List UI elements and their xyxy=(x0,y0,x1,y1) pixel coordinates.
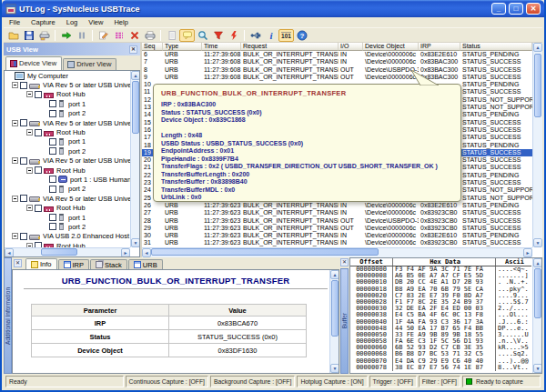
checkbox[interactable] xyxy=(49,214,56,221)
checkbox[interactable] xyxy=(35,91,42,98)
tree-item[interactable]: My Computer xyxy=(5,71,139,80)
tree-item[interactable]: port 2 xyxy=(5,109,139,118)
tree-item[interactable]: VIA Rev 5 or later USB Universal Host C xyxy=(5,80,139,89)
open-log-button[interactable] xyxy=(5,29,21,42)
buffer-side-tab[interactable]: Buffer xyxy=(340,268,349,374)
scroll-down-icon[interactable]: ▼ xyxy=(330,364,339,373)
checkbox[interactable] xyxy=(49,138,56,146)
scroll-down-icon[interactable]: ▼ xyxy=(533,364,542,373)
hex-row[interactable]: 00000048 44 50 EA 17 B7 65 F4 BB DP...e.… xyxy=(350,326,531,332)
document-button[interactable] xyxy=(164,29,179,42)
hex-row[interactable]: 00000028 F1 F7 8C 2E 35 24 B9 37 ....5$.… xyxy=(350,299,531,306)
checkbox[interactable] xyxy=(49,100,56,107)
checkbox[interactable] xyxy=(20,82,27,89)
tree-item[interactable]: port 1 : USB Human Interface D xyxy=(5,175,139,184)
checkbox[interactable] xyxy=(49,147,56,155)
hex-row[interactable]: 00000050 33 FE A9 9B 89 9B 18 55 3......… xyxy=(350,332,531,338)
usb-tree-button[interactable] xyxy=(248,29,263,42)
expander-icon[interactable] xyxy=(26,205,33,211)
close-button[interactable]: ✕ xyxy=(526,3,541,15)
scroll-up-icon[interactable]: ▲ xyxy=(330,270,339,279)
column-header-io[interactable]: I/O xyxy=(339,43,363,51)
view-tab[interactable]: Driver View xyxy=(63,58,116,70)
menu-item[interactable]: Log xyxy=(61,18,84,26)
trace-row[interactable]: 7 URB 11:27:39:608 BULK_OR_INTERRUPT_TRA… xyxy=(142,58,532,65)
info-tab[interactable]: IRP xyxy=(58,259,90,269)
hex-row[interactable]: 00000078 38 EC 87 E7 56 74 1E 87 8...Vt.… xyxy=(350,365,531,371)
minimize-button[interactable]: _ xyxy=(491,3,506,15)
tree-item[interactable]: VIA Rev 5 or later USB Universal Host C xyxy=(5,194,139,203)
tree-item[interactable]: port 2 xyxy=(5,222,139,231)
checkbox[interactable] xyxy=(20,119,27,126)
maximize-button[interactable]: □ xyxy=(509,3,523,15)
info-tab[interactable]: URB xyxy=(128,259,163,269)
hex-row[interactable]: 00000008 A6 B5 0E A7 A7 CF E5 5D .......… xyxy=(350,273,531,279)
checkbox[interactable] xyxy=(35,166,42,174)
tooltip-toggle-button[interactable] xyxy=(179,29,195,42)
expander-icon[interactable] xyxy=(26,91,33,97)
scrollbar-thumb[interactable] xyxy=(534,54,541,117)
trace-row[interactable]: 9 URB 11:27:39:608 BULK_OR_INTERRUPT_TRA… xyxy=(142,74,532,81)
print-button[interactable] xyxy=(142,29,157,42)
checkbox[interactable] xyxy=(35,129,42,136)
tree-item[interactable]: port 1 xyxy=(5,213,139,222)
scroll-up-icon[interactable]: ▲ xyxy=(533,258,542,267)
help-button[interactable]: ? xyxy=(294,29,309,42)
menu-item[interactable]: Help xyxy=(108,18,133,26)
tree-item[interactable]: port 1 xyxy=(5,99,139,108)
table-horizontal-scrollbar[interactable]: ◄ ► xyxy=(142,247,532,257)
column-header-irp[interactable]: IRP xyxy=(419,43,460,51)
scrollbar-thumb[interactable] xyxy=(132,81,139,134)
scroll-up-icon[interactable]: ▲ xyxy=(533,43,542,52)
column-header-device-object[interactable]: Device Object xyxy=(363,43,419,51)
hex-row[interactable]: 00000058 FA 6E C3 1F 5C 56 D1 93 .n..\V.… xyxy=(350,338,531,345)
scrollbar-thumb[interactable] xyxy=(41,248,77,256)
info-vertical-scrollbar[interactable]: ▲ ▼ xyxy=(329,270,339,373)
additional-information-side-tab[interactable]: Additional Information xyxy=(4,257,12,374)
column-header-status[interactable]: Status xyxy=(460,43,532,51)
info-tab[interactable]: Info xyxy=(25,258,57,269)
device-info-button[interactable]: i xyxy=(263,29,278,42)
checkbox[interactable] xyxy=(49,186,56,193)
tree-item[interactable]: port 1 xyxy=(5,137,139,146)
trigger-button[interactable] xyxy=(226,29,241,42)
tree-item[interactable]: VIA USB 2.0 Enhanced Host Controller xyxy=(5,232,139,241)
export-log-button[interactable] xyxy=(36,29,52,42)
highlight-button[interactable] xyxy=(111,29,126,42)
checkbox[interactable] xyxy=(20,233,27,240)
trace-row[interactable]: 30 URB 11:27:39:623 BULK_OR_INTERRUPT_TR… xyxy=(142,232,532,239)
tree-item[interactable]: port 2 xyxy=(5,185,139,194)
trace-row[interactable]: 29 URB 11:27:39:623 BULK_OR_INTERRUPT_TR… xyxy=(142,225,532,232)
hex-row[interactable]: 00000000 F3 F4 AF 9A 3C 71 7E FA ....<q~… xyxy=(350,266,531,273)
parameter-row[interactable]: Device Object 0x83DF1630 xyxy=(32,344,307,357)
checkbox[interactable] xyxy=(49,110,56,117)
tree-item[interactable]: VIA Rev 5 or later USB Universal Host C xyxy=(5,118,139,127)
scrollbar-thumb[interactable] xyxy=(534,268,541,318)
scroll-right-icon[interactable]: ► xyxy=(121,248,130,257)
tree-item[interactable]: Root Hub xyxy=(5,166,139,175)
scroll-left-icon[interactable]: ◄ xyxy=(5,248,14,257)
hex-vertical-scrollbar[interactable]: ▲ ▼ xyxy=(532,258,541,373)
menu-item[interactable]: File xyxy=(4,18,25,26)
hex-row[interactable]: 00000068 B6 B8 D7 BC 53 71 32 C5 ....Sq2… xyxy=(350,351,531,357)
trace-row[interactable]: 26 URB 11:27:39:623 BULK_OR_INTERRUPT_TR… xyxy=(142,202,532,209)
expander-icon[interactable] xyxy=(12,120,18,126)
column-header-time[interactable]: Time xyxy=(202,43,241,51)
save-log-button[interactable] xyxy=(21,29,36,42)
raw-data-button[interactable]: 101 xyxy=(278,29,294,42)
checkbox[interactable] xyxy=(20,195,27,202)
hex-row[interactable]: 00000060 6B 52 93 D2 C7 CB 3E 35 kR....>… xyxy=(350,345,531,351)
edit-button[interactable] xyxy=(96,29,111,42)
find-button[interactable] xyxy=(195,29,210,42)
close-panel-icon[interactable]: ✕ xyxy=(14,259,22,267)
trace-row[interactable]: 27 URB 11:27:39:623 BULK_OR_INTERRUPT_TR… xyxy=(142,209,532,216)
scrollbar-thumb[interactable] xyxy=(151,248,379,256)
delete-button[interactable] xyxy=(126,29,142,42)
hex-row[interactable]: 00000010 DB 20 CC 4E A1 D7 2B 93 . .N..+… xyxy=(350,279,531,286)
checkbox[interactable] xyxy=(49,223,56,230)
expander-icon[interactable] xyxy=(12,82,18,88)
expander-icon[interactable] xyxy=(12,233,18,239)
scrollbar-thumb[interactable] xyxy=(331,280,339,337)
close-panel-icon[interactable]: ✕ xyxy=(340,258,349,266)
hex-row[interactable]: 00000070 E4 DA C9 29 E9 C6 40 40 ...)..@… xyxy=(350,358,531,365)
